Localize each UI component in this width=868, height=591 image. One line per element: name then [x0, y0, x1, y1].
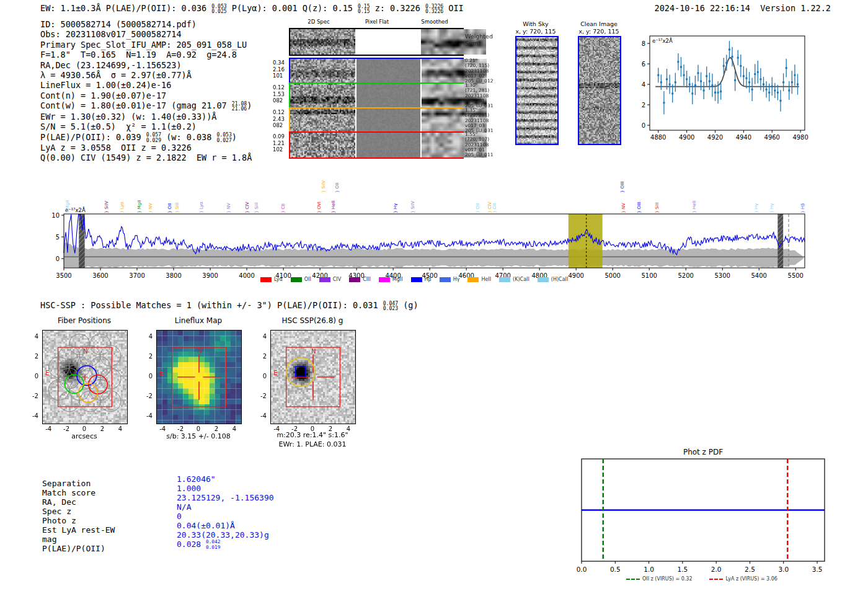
text-segment: z: 0.3226 — [370, 3, 425, 13]
y-tick-label: -2 — [254, 393, 267, 399]
legend-label: HeII — [481, 277, 491, 282]
y-tick-label: 0 — [140, 373, 153, 380]
fiber-xlabel: arcsecs — [47, 432, 122, 440]
text-segment: LyA z = 3.0558 OII z = 0.3226 — [40, 143, 192, 153]
photz-legend: OII z (VIRUS) = 0.32LyA z (VIRUS) = 3.06 — [626, 576, 777, 582]
sky-panel-title: With Sky — [502, 20, 570, 27]
text-segment: 0 — [177, 512, 182, 521]
photz-title: Phot z PDF — [622, 448, 784, 456]
match-value: 20.33(20.33,20.33)g — [177, 530, 274, 540]
svg-text:e⁻¹⁷x2Å: e⁻¹⁷x2Å — [652, 37, 673, 44]
cutout-row — [289, 107, 464, 135]
y-tick-label: 4 — [140, 333, 153, 340]
cutout-right-label: Sum — [465, 40, 493, 47]
emission-line-label-civ: } CIV — [245, 202, 250, 213]
legend-dash-swatch — [626, 579, 640, 580]
emission-line-label-hγ: } Hγ — [393, 203, 398, 213]
emission-line-label-ovi: } OVI — [317, 202, 322, 213]
svg-text:4920: 4920 — [707, 134, 723, 141]
aperture-title-hsc: HSC SSP(26.8) g — [258, 316, 367, 325]
emission-line-label-lyα: } Lyα — [120, 202, 125, 213]
cutout-left-label: 2.43 — [273, 116, 288, 123]
match-label: RA, Dec — [42, 497, 115, 507]
svg-text:3500: 3500 — [56, 272, 71, 279]
legend-swatch — [379, 277, 390, 282]
match-label: Photo z — [42, 516, 115, 525]
match-label: Separation — [42, 479, 115, 488]
info-line: Primary Spec_Slot_IFU_AMP: 205_091_058_L… — [40, 40, 252, 50]
legend-label: LyA z (VIRUS) = 3.06 — [725, 576, 777, 582]
svg-text:3700: 3700 — [129, 272, 144, 279]
x-tick-label: 0 — [78, 425, 91, 432]
text-segment: S/N = 5.1(±0.5) χ² = 1.1(±0.2) — [40, 122, 197, 131]
match-value: 1.62046" — [177, 474, 274, 484]
match-label: Spec z — [42, 507, 115, 516]
y-tick-label: 4 — [26, 333, 38, 340]
x-tick-label: 4 — [228, 425, 241, 432]
emission-line-label-siiv: } SiIV — [104, 201, 109, 213]
stacked-uncertainty: 21.0821.06 — [232, 101, 247, 112]
hsc-caption-1: m:20.3 re:1.4" s:1.6" — [263, 431, 362, 439]
emission-line-label-oiii: } OIII — [620, 182, 625, 193]
text-segment: 1.000 — [177, 484, 201, 493]
emission-line-label-mgii: } MgII — [137, 200, 142, 213]
hsc-caption-2: EWr: 1. PLAE: 0.031 — [263, 440, 362, 448]
text-segment: (w: 0.038 — [161, 132, 216, 142]
legend-swatch — [319, 277, 330, 282]
lineflux-caption: s/b: 3.15 +/- 0.108 — [149, 432, 248, 440]
cutout-row — [289, 58, 464, 85]
legend-item-Hγ: Hγ — [440, 277, 460, 282]
cutout-left-label: 102 — [273, 146, 288, 153]
svg-text:5100: 5100 — [641, 272, 657, 279]
pixel-flat-image — [356, 133, 420, 158]
legend-swatch — [440, 277, 451, 282]
cutout-left-labels: 0.121.53082 — [273, 84, 288, 104]
match-value: 23.125129, -1.156390 — [177, 493, 274, 502]
cutout-right-labels: 0.21"(720, 115)20231108v017_02205_LU_012 — [465, 58, 493, 84]
stacked-uncertainty: 0.0530.025 — [211, 4, 226, 14]
legend-item-Lyα: Lyα — [260, 277, 283, 282]
svg-text:5: 5 — [56, 234, 60, 241]
x-tick-label: -2 — [60, 425, 73, 432]
svg-text:4: 4 — [642, 81, 645, 88]
svg-text:3.0: 3.0 — [778, 566, 789, 573]
emission-line-label-hβ: } Hβ — [800, 203, 805, 213]
match-label: Match score — [42, 488, 115, 497]
text-segment: 20.33(20.33,20.33)g — [177, 530, 269, 540]
emission-line-label-mgii: } MgII — [65, 200, 70, 213]
text-segment: Obs: 20231108v017_5000582714 — [40, 29, 182, 39]
svg-text:4940: 4940 — [736, 134, 751, 141]
pixel-flat-image — [356, 29, 420, 55]
spacer — [750, 3, 760, 13]
svg-text:3900: 3900 — [202, 272, 218, 279]
text-segment: LineFlux = 1.00(±0.24)e-16 — [40, 80, 171, 90]
pixel-flat-image — [356, 59, 420, 84]
legend-label: CIII — [363, 277, 371, 282]
cutout-left-labels: 0.342.16101 — [273, 60, 288, 79]
y-tick-label: 2 — [254, 353, 267, 360]
legend-item-MgII: MgII — [379, 277, 403, 282]
version-label: Version 1.22.2 — [760, 3, 831, 13]
svg-text:4900: 4900 — [568, 272, 583, 279]
cutout-row — [289, 131, 464, 159]
y-tick-label: 2 — [140, 353, 153, 360]
cutout-left-labels: 0.091.21102 — [273, 133, 288, 153]
x-tick-label: -2 — [174, 425, 187, 432]
info-line: Cont(n) = 1.90(±0.07)e-17 — [40, 91, 252, 100]
legend-dash-swatch — [709, 579, 723, 580]
y-tick-label: -2 — [26, 393, 38, 399]
x-tick-label: 2 — [96, 425, 108, 432]
legend-item-(H)CaII: (H)CaII — [538, 277, 568, 282]
svg-text:0.0: 0.0 — [577, 566, 587, 573]
clean_image-image — [578, 36, 621, 145]
2d-spec-image — [290, 59, 355, 84]
match-value: 0 — [177, 512, 274, 521]
emission-line-label-civ: } CIV — [487, 202, 492, 213]
match-value: 0.028 0.0420.019 — [177, 540, 274, 550]
2d-spec-image — [290, 84, 355, 109]
svg-text:5400: 5400 — [751, 272, 767, 279]
svg-text:0.5: 0.5 — [610, 566, 621, 573]
cutout-right-label: 205_LU_011 — [465, 153, 493, 158]
text-segment: λ = 4930.56Å σ = 2.97(±0.77)Å — [40, 70, 192, 80]
legend-label: (K)CaII — [513, 277, 529, 282]
